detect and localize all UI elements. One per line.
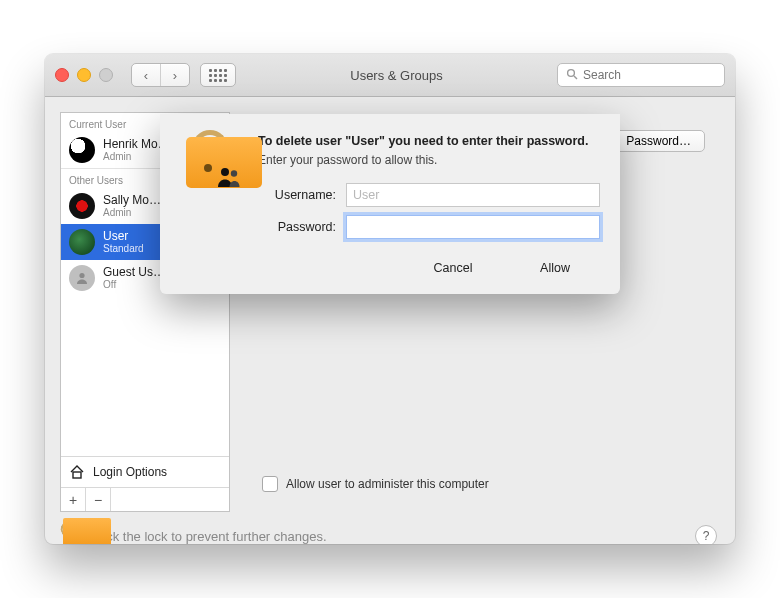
admin-checkbox-label: Allow user to administer this computer bbox=[286, 477, 489, 491]
svg-point-5 bbox=[231, 170, 237, 176]
window-footer: Click the lock to prevent further change… bbox=[45, 512, 735, 544]
svg-line-1 bbox=[574, 76, 577, 79]
question-icon: ? bbox=[703, 529, 710, 543]
login-options-label: Login Options bbox=[93, 465, 167, 479]
dialog-title: To delete user "User" you need to enter … bbox=[258, 134, 600, 148]
username-input[interactable] bbox=[346, 183, 600, 207]
sidebar-item-sublabel: Off bbox=[103, 279, 165, 290]
help-button[interactable]: ? bbox=[695, 525, 717, 544]
auth-dialog: To delete user "User" you need to enter … bbox=[160, 114, 620, 294]
add-user-button[interactable]: + bbox=[61, 488, 86, 511]
password-row: Password: bbox=[258, 215, 600, 239]
username-label: Username: bbox=[258, 188, 336, 202]
lock-button[interactable] bbox=[63, 525, 81, 544]
sidebar-item-label: User bbox=[103, 230, 144, 243]
traffic-lights bbox=[55, 68, 113, 82]
sidebar-item-sublabel: Admin bbox=[103, 207, 161, 218]
login-options-button[interactable]: Login Options bbox=[61, 456, 229, 487]
avatar-icon bbox=[69, 137, 95, 163]
minimize-window-button[interactable] bbox=[77, 68, 91, 82]
dialog-buttons: Cancel Allow bbox=[180, 257, 600, 278]
forward-button[interactable]: › bbox=[160, 64, 189, 86]
password-input[interactable] bbox=[346, 215, 600, 239]
prefs-window: ‹ › Users & Groups Current User bbox=[45, 54, 735, 544]
admin-checkbox[interactable] bbox=[262, 476, 278, 492]
dialog-text: To delete user "User" you need to enter … bbox=[258, 134, 600, 239]
sidebar-item-label: Sally Mo… bbox=[103, 194, 161, 207]
sidebar-add-remove: + − bbox=[61, 487, 229, 511]
sidebar-item-sublabel: Standard bbox=[103, 243, 144, 254]
username-row: Username: bbox=[258, 183, 600, 207]
sidebar-item-label: Guest Us… bbox=[103, 266, 165, 279]
minus-icon: − bbox=[94, 492, 102, 508]
fullscreen-window-button[interactable] bbox=[99, 68, 113, 82]
avatar-icon bbox=[69, 229, 95, 255]
cancel-button[interactable]: Cancel bbox=[408, 257, 498, 278]
search-icon bbox=[566, 68, 578, 83]
dialog-subtitle: Enter your password to allow this. bbox=[258, 153, 600, 167]
password-label: Password: bbox=[258, 220, 336, 234]
nav-segmented-control: ‹ › bbox=[131, 63, 190, 87]
window-title: Users & Groups bbox=[246, 68, 547, 83]
change-password-button[interactable]: Password… bbox=[612, 130, 705, 152]
avatar-icon bbox=[69, 265, 95, 291]
svg-point-4 bbox=[221, 168, 229, 176]
svg-point-2 bbox=[79, 273, 84, 278]
plus-icon: + bbox=[69, 492, 77, 508]
grid-icon bbox=[209, 69, 227, 82]
house-icon bbox=[69, 464, 85, 480]
chevron-right-icon: › bbox=[173, 68, 177, 83]
chevron-left-icon: ‹ bbox=[144, 68, 148, 83]
search-field-wrap[interactable] bbox=[557, 63, 725, 87]
allow-button[interactable]: Allow bbox=[510, 257, 600, 278]
avatar-icon bbox=[69, 193, 95, 219]
back-button[interactable]: ‹ bbox=[132, 64, 160, 86]
svg-point-0 bbox=[568, 69, 575, 76]
show-all-prefs-button[interactable] bbox=[200, 63, 236, 87]
toolbar: ‹ › Users & Groups bbox=[45, 54, 735, 97]
search-input[interactable] bbox=[583, 68, 733, 82]
svg-rect-3 bbox=[73, 472, 81, 478]
admin-checkbox-row: Allow user to administer this computer bbox=[262, 476, 489, 492]
remove-user-button[interactable]: − bbox=[86, 488, 111, 511]
lock-users-icon bbox=[180, 134, 240, 194]
lock-hint-text: Click the lock to prevent further change… bbox=[91, 529, 327, 544]
close-window-button[interactable] bbox=[55, 68, 69, 82]
